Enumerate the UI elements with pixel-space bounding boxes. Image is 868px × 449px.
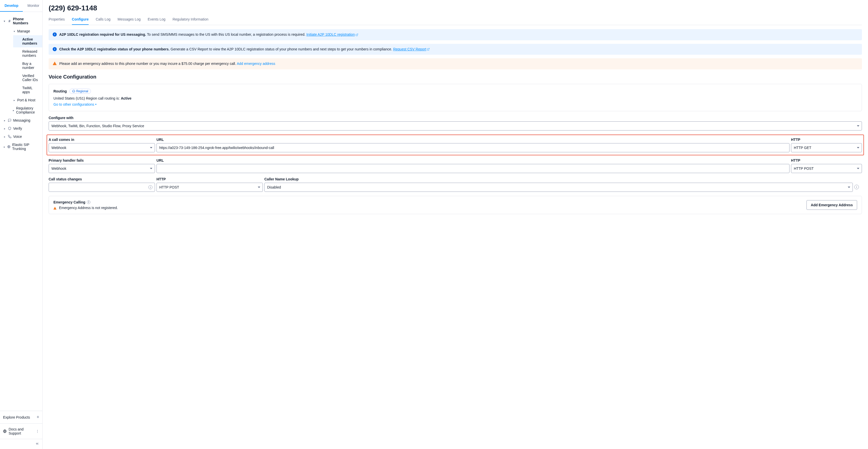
tab-calls-log[interactable]: Calls Log bbox=[96, 14, 111, 25]
docs-support[interactable]: Docs and Support ⋮ bbox=[0, 423, 42, 439]
call-status-label: Call status changes bbox=[49, 177, 155, 181]
info-icon bbox=[53, 47, 57, 51]
globe-icon bbox=[3, 429, 7, 433]
external-link-icon bbox=[427, 48, 430, 51]
primary-fails-label: Primary handler fails bbox=[49, 158, 155, 162]
more-icon[interactable]: ⋮ bbox=[36, 429, 39, 433]
nav-port-host[interactable]: ▸ Port & Host bbox=[8, 96, 42, 104]
chevron-right-icon: ▸ bbox=[3, 127, 6, 130]
call-comes-in-select[interactable]: Webhook bbox=[49, 143, 155, 152]
nav-manage[interactable]: ▾ Manage bbox=[8, 27, 42, 35]
goto-other-config[interactable]: Go to other configurations ▾ bbox=[54, 102, 96, 107]
nav-label: Verify bbox=[13, 126, 22, 130]
page-title: (229) 629-1148 bbox=[49, 4, 862, 12]
call-status-input[interactable] bbox=[49, 183, 155, 192]
phone-icon bbox=[8, 134, 12, 139]
nav-voice[interactable]: ▸ Voice bbox=[0, 132, 42, 141]
warning-icon bbox=[54, 207, 57, 210]
top-tabs: Develop Monitor bbox=[0, 0, 42, 12]
nav-label: Messaging bbox=[13, 118, 30, 122]
nav-verify[interactable]: ▸ Verify bbox=[0, 124, 42, 132]
emergency-msg: Emergency Address is not registered. bbox=[54, 206, 118, 210]
call-comes-in-url-input[interactable] bbox=[156, 143, 789, 152]
banner-text: Please add an emergency address to this … bbox=[59, 62, 237, 66]
nav-messaging[interactable]: ▸ Messaging bbox=[0, 116, 42, 124]
nav-twiml-apps[interactable]: TwiML apps bbox=[13, 84, 42, 96]
svg-line-2 bbox=[357, 34, 358, 35]
info-icon[interactable]: i bbox=[148, 185, 152, 189]
banner-emergency: Please add an emergency address to this … bbox=[49, 58, 862, 69]
explore-label: Explore Products bbox=[3, 415, 30, 419]
svg-line-3 bbox=[428, 49, 429, 50]
info-icon bbox=[53, 32, 57, 36]
emergency-card: Emergency Calling i Emergency Address is… bbox=[49, 196, 862, 214]
chevron-down-icon: ▾ bbox=[3, 20, 6, 23]
tab-messages-log[interactable]: Messages Log bbox=[118, 14, 141, 25]
link-add-emergency[interactable]: Add emergency address bbox=[237, 62, 275, 66]
content-tabs: Properties Configure Calls Log Messages … bbox=[49, 14, 862, 25]
call-comes-in-http-select[interactable]: HTTP GET bbox=[791, 143, 862, 152]
info-icon[interactable]: i bbox=[854, 185, 859, 189]
tab-configure[interactable]: Configure bbox=[72, 14, 89, 25]
primary-fails-select[interactable]: Webhook bbox=[49, 164, 155, 173]
chevron-down-icon: ▾ bbox=[95, 103, 96, 106]
http-label: HTTP bbox=[156, 177, 263, 181]
nav-buy-number[interactable]: Buy a number bbox=[13, 60, 42, 72]
link-request-csv[interactable]: Request CSV Report bbox=[393, 47, 430, 51]
chevron-down-icon: ▾ bbox=[13, 30, 16, 33]
nav-active-numbers[interactable]: Active numbers bbox=[13, 35, 42, 48]
regional-badge: Regional bbox=[69, 89, 91, 94]
banner-bold: Check the A2P 10DLC registration status … bbox=[59, 47, 169, 51]
http-label: HTTP bbox=[791, 158, 862, 162]
tab-monitor[interactable]: Monitor bbox=[23, 0, 44, 12]
configure-with-select[interactable]: Webhook, TwiML Bin, Function, Studio Flo… bbox=[49, 121, 862, 130]
chevron-right-icon: ▸ bbox=[3, 135, 6, 138]
nav-label: Phone Numbers bbox=[13, 17, 39, 25]
network-icon bbox=[7, 145, 11, 149]
add-emergency-address-button[interactable]: Add Emergency Address bbox=[806, 200, 857, 210]
primary-fails-http-select[interactable]: HTTP POST bbox=[791, 164, 862, 173]
globe-icon bbox=[72, 90, 75, 93]
tab-properties[interactable]: Properties bbox=[49, 14, 65, 25]
banner-text: To send SMS/MMS messages to the US with … bbox=[147, 32, 306, 36]
shield-icon bbox=[8, 126, 12, 130]
nav-elastic-sip[interactable]: ▸ Elastic SIP Trunking bbox=[0, 141, 42, 153]
nav-phone-numbers[interactable]: ▾ # Phone Numbers bbox=[0, 15, 42, 27]
link-initiate-a2p[interactable]: Initiate A2P 10DLC registration bbox=[306, 32, 358, 36]
main-content: (229) 629-1148 Properties Configure Call… bbox=[42, 0, 868, 449]
tab-events-log[interactable]: Events Log bbox=[148, 14, 165, 25]
tab-develop[interactable]: Develop bbox=[0, 0, 23, 12]
primary-fails-url-input[interactable] bbox=[156, 164, 789, 173]
routing-label: Routing bbox=[54, 89, 67, 93]
routing-card: Routing Regional United States (US1) Reg… bbox=[49, 84, 862, 111]
docs-label: Docs and Support bbox=[9, 427, 34, 435]
routing-status: United States (US1) Region call routing … bbox=[54, 96, 857, 100]
nav: ▾ # Phone Numbers ▾ Manage Active number… bbox=[0, 12, 42, 411]
call-comes-in-highlight: A call comes in Webhook URL HTTP bbox=[46, 134, 864, 155]
chevron-right-icon: ▸ bbox=[3, 119, 6, 122]
chat-icon bbox=[8, 118, 12, 122]
configure-with-label: Configure with bbox=[49, 116, 862, 120]
tab-regulatory-info[interactable]: Regulatory Information bbox=[173, 14, 208, 25]
nav-label: Manage bbox=[17, 29, 30, 33]
nav-verified-caller-ids[interactable]: Verified Caller IDs bbox=[13, 72, 42, 84]
explore-products[interactable]: Explore Products + bbox=[0, 411, 42, 423]
url-label: URL bbox=[156, 158, 789, 162]
banner-a2p: A2P 10DLC registration required for US m… bbox=[49, 29, 862, 40]
url-label: URL bbox=[156, 138, 789, 142]
info-icon[interactable]: i bbox=[87, 201, 90, 204]
sidebar: Develop Monitor ▾ # Phone Numbers ▾ Mana… bbox=[0, 0, 42, 449]
plus-icon: + bbox=[36, 415, 39, 420]
caller-lookup-select[interactable]: Disabled bbox=[265, 183, 853, 192]
call-status-http-select[interactable]: HTTP POST bbox=[156, 183, 263, 192]
hash-icon: # bbox=[8, 19, 11, 23]
warning-icon bbox=[53, 62, 57, 65]
banner-csv: Check the A2P 10DLC registration status … bbox=[49, 44, 862, 55]
external-link-icon bbox=[355, 33, 358, 36]
nav-label: Voice bbox=[13, 134, 22, 139]
chevron-right-icon: ▸ bbox=[13, 109, 15, 112]
nav-label: Port & Host bbox=[17, 98, 35, 102]
collapse-sidebar-button[interactable] bbox=[0, 439, 42, 449]
nav-released-numbers[interactable]: Released numbers bbox=[13, 48, 42, 60]
nav-regulatory-compliance[interactable]: ▸ Regulatory Compliance bbox=[8, 104, 42, 116]
